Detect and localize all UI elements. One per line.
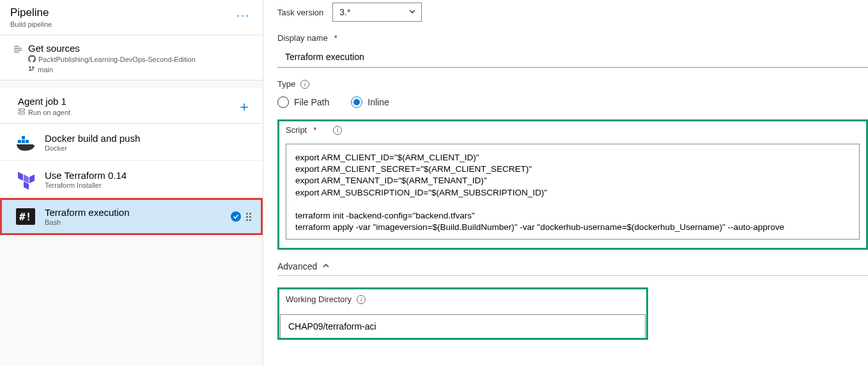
agent-job-sub: Run on agent xyxy=(28,109,70,116)
task-sub: Docker xyxy=(45,144,140,152)
chevron-up-icon xyxy=(322,261,330,271)
info-icon[interactable]: i xyxy=(300,80,309,89)
task-status-check-icon xyxy=(231,211,241,222)
task-item-terraform[interactable]: Use Terraform 0.14 Terraform Installer xyxy=(0,161,263,198)
task-sub: Bash xyxy=(45,218,130,226)
required-marker: * xyxy=(313,125,316,135)
sources-branch: main xyxy=(38,66,53,73)
task-item-bash-selected[interactable]: #! Terraform execution Bash xyxy=(0,198,263,235)
type-label: Type xyxy=(277,79,295,89)
pipeline-more-button[interactable]: ··· xyxy=(234,6,252,25)
task-settings-panel: Task version 3.* Display name* Type i Fi… xyxy=(263,0,868,366)
script-block: Script* i xyxy=(277,119,868,250)
branch-icon xyxy=(28,65,35,73)
svg-marker-8 xyxy=(18,172,23,181)
github-icon xyxy=(28,55,36,64)
svg-text:#!: #! xyxy=(19,211,31,223)
agent-job-title: Agent job 1 xyxy=(18,96,70,107)
pipeline-header: Pipeline Build pipeline ··· xyxy=(0,0,263,35)
script-label: Script xyxy=(286,125,307,135)
type-field: Type i File Path Inline xyxy=(277,79,868,108)
get-sources-row[interactable]: Get sources PacktPublishing/Learning-Dev… xyxy=(0,35,263,80)
bash-icon: #! xyxy=(15,206,36,227)
sources-icon xyxy=(10,43,26,73)
svg-rect-6 xyxy=(26,140,29,143)
task-version-value: 3.* xyxy=(339,7,350,17)
task-title: Use Terraform 0.14 xyxy=(45,170,127,181)
working-directory-label: Working Directory xyxy=(286,294,352,304)
add-task-button[interactable]: ＋ xyxy=(237,100,251,114)
advanced-section-toggle[interactable]: Advanced xyxy=(277,261,868,276)
get-sources-title: Get sources xyxy=(28,43,196,54)
task-item-docker[interactable]: Docker build and push Docker xyxy=(0,124,263,161)
radio-label: Inline xyxy=(368,97,389,107)
pipeline-subtitle: Build pipeline xyxy=(10,20,52,28)
svg-marker-10 xyxy=(29,174,35,183)
display-name-input[interactable] xyxy=(277,47,868,68)
display-name-label: Display name xyxy=(277,33,328,43)
info-icon[interactable]: i xyxy=(357,295,366,304)
task-drag-handle[interactable] xyxy=(246,213,251,221)
task-title: Terraform execution xyxy=(45,207,130,218)
task-version-select[interactable]: 3.* xyxy=(332,3,422,22)
svg-point-2 xyxy=(20,109,20,110)
script-textarea[interactable] xyxy=(286,144,860,240)
svg-point-3 xyxy=(20,113,20,114)
svg-rect-7 xyxy=(22,136,25,139)
chevron-down-icon xyxy=(408,7,416,17)
docker-icon xyxy=(15,132,36,153)
task-sub: Terraform Installer xyxy=(45,181,127,189)
working-directory-input[interactable] xyxy=(280,314,646,338)
type-radio-file-path[interactable]: File Path xyxy=(277,96,329,108)
task-version-label: Task version xyxy=(277,8,323,17)
agent-job-header[interactable]: Agent job 1 Run on agent ＋ xyxy=(0,88,263,124)
type-radio-inline[interactable]: Inline xyxy=(351,96,389,108)
pipeline-left-panel: Pipeline Build pipeline ··· Get sources … xyxy=(0,0,263,366)
task-title: Docker build and push xyxy=(45,133,140,144)
svg-rect-4 xyxy=(18,140,21,143)
sources-repo: PacktPublishing/Learning-DevOps-Second-E… xyxy=(38,56,196,63)
required-marker: * xyxy=(334,33,337,43)
radio-label: File Path xyxy=(294,97,329,107)
display-name-field: Display name* xyxy=(277,33,868,68)
info-icon[interactable]: i xyxy=(333,126,342,135)
pipeline-title: Pipeline xyxy=(10,6,52,19)
terraform-icon xyxy=(15,169,36,190)
svg-rect-5 xyxy=(22,140,25,143)
server-icon xyxy=(18,108,26,117)
advanced-label: Advanced xyxy=(277,261,317,271)
task-version-row: Task version 3.* xyxy=(277,3,868,33)
working-directory-block: Working Directory i xyxy=(277,287,648,340)
